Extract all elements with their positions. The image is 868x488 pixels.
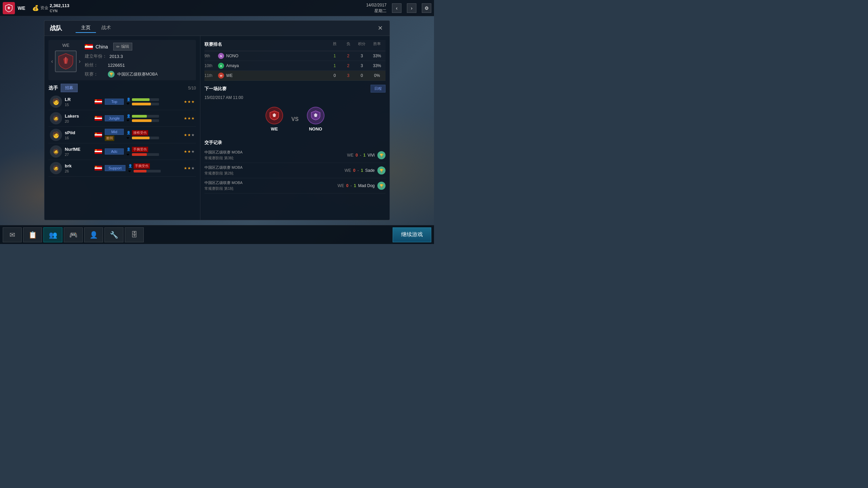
recruit-button[interactable]: 招募 bbox=[61, 84, 78, 92]
win-nono: 1 bbox=[328, 54, 341, 58]
rate-nono: 33% bbox=[369, 54, 386, 58]
next-match-header: 下一场比赛 日程 bbox=[204, 85, 386, 93]
nav-prev-button[interactable]: ‹ bbox=[392, 3, 401, 13]
player-avatar-brk: 🧔 bbox=[50, 162, 62, 174]
report-button[interactable]: 📋 bbox=[23, 227, 42, 242]
star-rating-spiid: ★★★ bbox=[184, 133, 195, 137]
player-role-brk[interactable]: Support bbox=[105, 165, 125, 171]
history-row-1: 中国区乙级联赛 MOBA 常规赛阶段 第3轮 WE 0 - 1 ViVi 🏆 bbox=[204, 148, 386, 163]
history-section: 交手记录 中国区乙级联赛 MOBA 常规赛阶段 第3轮 WE 0 - 1 ViV… bbox=[204, 140, 386, 194]
rate-we: 0% bbox=[369, 73, 386, 78]
player-row-lr: 🧑 LR 15 Top 👤 ❤ ★★★ bbox=[48, 94, 196, 110]
history-result-3: WE 0 - 1 Mad Dog bbox=[338, 183, 375, 188]
player-avatar-lr: 🧑 bbox=[50, 96, 62, 108]
points-amaya: 3 bbox=[355, 63, 369, 68]
lose-we: 3 bbox=[341, 73, 355, 78]
team-name-nono: NONO bbox=[226, 54, 238, 58]
team-logo-area: WE ‹ › bbox=[51, 43, 81, 78]
player-avatar-nurfme: 🧔 bbox=[50, 145, 62, 158]
players-section: 选手 招募 5/10 🧑 LR 15 Top 👤 ❤ bbox=[48, 84, 196, 177]
settings-button[interactable]: ⚙ bbox=[422, 3, 431, 13]
history-info-1: 中国区乙级联赛 MOBA 常规赛阶段 第3轮 bbox=[204, 150, 344, 161]
league-label: 联赛： bbox=[85, 71, 105, 77]
database-button[interactable]: 🗄 bbox=[125, 227, 144, 242]
player-row-spiid: 🧑 sPiid 16 Mid 脆弱 👤腰椎受伤 ❤ bbox=[48, 127, 196, 143]
skill-icon3: 👤 bbox=[126, 131, 131, 135]
player-info-brk: brk 26 bbox=[65, 163, 92, 173]
table-row-nono: 9th N NONO 1 2 3 33% bbox=[204, 51, 386, 61]
player-role-lr[interactable]: Top bbox=[105, 99, 124, 105]
logo-next-button[interactable]: › bbox=[79, 58, 80, 64]
left-section: WE ‹ › bbox=[44, 36, 200, 220]
continue-button[interactable]: 继续游戏 bbox=[393, 227, 431, 242]
injury-badge-brk: 手腕受伤 bbox=[134, 163, 150, 169]
team-name-we: WE bbox=[226, 73, 233, 78]
close-button[interactable]: ✕ bbox=[376, 24, 384, 32]
team-button[interactable]: 👥 bbox=[43, 227, 62, 242]
player-name-nurfme: NurfME bbox=[65, 147, 92, 152]
morale-icon: ❤ bbox=[126, 102, 131, 106]
player-name-spiid: sPiid bbox=[65, 130, 92, 135]
history-info-3: 中国区乙级联赛 MOBA 常规赛阶段 第1轮 bbox=[204, 180, 335, 191]
league-value: 中国区乙级联赛MOBA bbox=[117, 72, 158, 77]
founded-label: 建立年份： bbox=[85, 53, 107, 59]
tab-tactics[interactable]: 战术 bbox=[96, 23, 116, 33]
player-status-spiid: 脆弱 bbox=[105, 136, 114, 141]
rate-amaya: 33% bbox=[369, 63, 386, 68]
history-icon-2: 🏆 bbox=[377, 166, 386, 175]
player-role-spiid[interactable]: Mid bbox=[105, 129, 124, 135]
player-stats-brk: 👤手腕受伤 ❤ bbox=[128, 163, 181, 173]
win-we: 0 bbox=[328, 73, 341, 78]
next-match-section: 下一场比赛 日程 15/02/2017 AM 11:00 WE bbox=[204, 85, 386, 136]
schedule-button[interactable]: 日程 bbox=[371, 85, 386, 93]
player-role-nurfme[interactable]: Adc bbox=[105, 148, 124, 155]
team-card: WE ‹ › bbox=[48, 40, 196, 80]
match-team-we: WE bbox=[265, 107, 283, 131]
player-row-lakers: 🧔 Lakers 20 Jungle 👤 ❤ ★★★ bbox=[48, 110, 196, 127]
tab-home[interactable]: 主页 bbox=[76, 23, 96, 33]
logo-prev-button[interactable]: ‹ bbox=[51, 58, 53, 64]
game-button[interactable]: 🎮 bbox=[64, 227, 83, 242]
history-round-1: 常规赛阶段 第3轮 bbox=[204, 156, 344, 161]
nav-next-button[interactable]: › bbox=[407, 3, 416, 13]
player-name-lakers: Lakers bbox=[65, 114, 92, 119]
history-result-1: WE 0 - 1 ViVi bbox=[347, 153, 375, 158]
player-button[interactable]: 👤 bbox=[84, 227, 103, 242]
player-name-lr: LR bbox=[65, 97, 92, 102]
country-row: China ✏ 编辑 bbox=[85, 43, 193, 50]
match-team-nono: NONO bbox=[307, 107, 324, 131]
edit-button[interactable]: ✏ 编辑 bbox=[113, 43, 132, 50]
mail-button[interactable]: ✉ bbox=[3, 227, 22, 242]
panel-title: 战队 bbox=[50, 24, 62, 32]
league-table: 联赛排名 胜 负 积分 胜率 9th N NONO 1 2 3 33% bbox=[204, 40, 386, 81]
history-opp-1: ViVi bbox=[368, 153, 375, 158]
fans-value: 1226651 bbox=[108, 63, 125, 68]
player-role-lakers[interactable]: Jungle bbox=[105, 115, 124, 121]
founded-value: 2013.3 bbox=[110, 54, 123, 59]
table-row-amaya: 10th A Amaya 1 2 3 33% bbox=[204, 61, 386, 71]
players-header: 选手 招募 5/10 bbox=[48, 84, 196, 92]
player-info-spiid: sPiid 16 bbox=[65, 130, 92, 140]
history-row-3: 中国区乙级联赛 MOBA 常规赛阶段 第1轮 WE 0 - 1 Mad Dog … bbox=[204, 178, 386, 194]
team-logo-top bbox=[3, 2, 15, 14]
panel-header: 战队 主页 战术 ✕ bbox=[44, 21, 390, 36]
history-we-3: WE bbox=[338, 183, 344, 188]
points-we: 0 bbox=[355, 73, 369, 78]
star-rating-brk: ★★★ bbox=[184, 166, 195, 170]
skill-icon4: 👤 bbox=[126, 147, 131, 151]
panel-body: WE ‹ › bbox=[44, 36, 390, 220]
history-score-opp-2: 1 bbox=[361, 168, 363, 173]
morale-icon5: ❤ bbox=[128, 169, 132, 173]
player-info-lr: LR 15 bbox=[65, 97, 92, 107]
history-opp-3: Mad Dog bbox=[358, 183, 375, 188]
skill-icon: 👤 bbox=[126, 98, 131, 101]
star-rating-lr: ★★★ bbox=[184, 100, 195, 104]
tools-button[interactable]: 🔧 bbox=[104, 227, 123, 242]
founded-row: 建立年份： 2013.3 bbox=[85, 53, 193, 59]
injury-badge-spiid: 腰椎受伤 bbox=[132, 130, 148, 136]
player-row-nurfme: 🧔 NurfME 27 Adc 👤手腕受伤 ❤ ★★★ bbox=[48, 143, 196, 160]
player-flag-lakers bbox=[95, 116, 102, 121]
player-row-brk: 🧔 brk 26 Support 👤手腕受伤 ❤ ★★★ bbox=[48, 160, 196, 177]
player-info-nurfme: NurfME 27 bbox=[65, 147, 92, 157]
match-logo-we bbox=[265, 107, 283, 124]
